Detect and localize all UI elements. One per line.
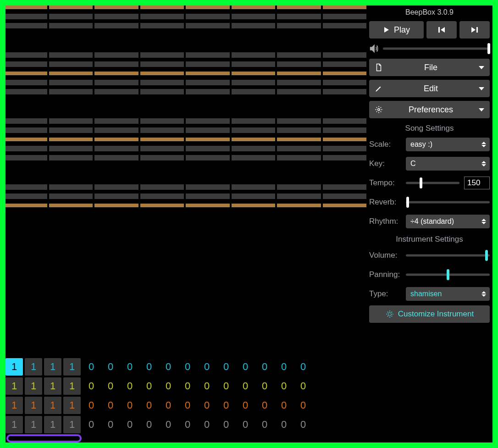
customize-instrument-button[interactable]: Customize Instrument [369,305,490,323]
pattern-cell[interactable] [49,146,93,151]
pattern-cell[interactable] [186,61,229,67]
track-cell[interactable]: 1 [6,358,23,376]
pattern-cell[interactable] [232,127,275,133]
reverb-slider[interactable] [406,197,490,208]
pattern-cell[interactable] [94,194,138,199]
track-cell[interactable]: 0 [179,416,196,433]
pattern-cell[interactable] [232,80,275,85]
track-cell[interactable]: 1 [63,377,81,395]
pattern-row[interactable] [6,194,366,199]
pattern-cell[interactable] [277,72,321,75]
track-cell[interactable]: 1 [25,377,42,395]
pattern-cell[interactable] [140,89,184,94]
pattern-cell[interactable] [277,52,321,58]
pattern-cell[interactable] [323,89,366,94]
pattern-cell[interactable] [49,61,93,67]
pattern-row[interactable] [6,204,366,207]
pattern-cell[interactable] [232,6,275,9]
pattern-row[interactable] [6,118,366,124]
pattern-cell[interactable] [186,155,229,160]
pattern-cell[interactable] [49,89,93,94]
track-cell[interactable]: 1 [63,416,81,433]
track-cell[interactable]: 0 [275,377,293,395]
pattern-cell[interactable] [186,80,229,85]
track-cell[interactable]: 1 [25,358,42,376]
pattern-cell[interactable] [6,194,47,199]
pattern-cell[interactable] [6,204,47,207]
pattern-cell[interactable] [6,138,47,141]
track-cell[interactable]: 0 [294,358,312,376]
pattern-cell[interactable] [186,118,229,124]
pattern-cell[interactable] [94,118,138,124]
inst-volume-slider[interactable] [406,250,490,261]
track-cell[interactable]: 0 [198,377,216,395]
tempo-slider[interactable] [406,177,459,188]
pattern-cell[interactable] [277,155,321,160]
track-cell[interactable]: 0 [275,397,293,414]
pattern-cell[interactable] [323,72,366,75]
pattern-cell[interactable] [232,61,275,67]
pattern-cell[interactable] [6,184,47,190]
pattern-cell[interactable] [94,80,138,85]
track-cell[interactable]: 0 [275,358,293,376]
pattern-cell[interactable] [323,61,366,67]
pattern-cell[interactable] [186,194,229,199]
pattern-cell[interactable] [323,204,366,207]
play-button[interactable]: Play [369,21,424,39]
pattern-cell[interactable] [232,89,275,94]
pattern-cell[interactable] [140,155,184,160]
pattern-cell[interactable] [94,6,138,9]
track-cell[interactable]: 0 [83,377,100,395]
loop-bar[interactable] [6,434,82,442]
pattern-cell[interactable] [277,23,321,28]
track-cell[interactable]: 0 [160,397,177,414]
pattern-cell[interactable] [323,194,366,199]
pattern-cell[interactable] [277,184,321,190]
preferences-menu[interactable]: Preferences [369,101,490,118]
pattern-cell[interactable] [140,118,184,124]
pattern-cell[interactable] [6,89,47,94]
pattern-cell[interactable] [186,52,229,58]
track-cell[interactable]: 0 [198,416,216,433]
pattern-cell[interactable] [277,6,321,9]
track-cell[interactable]: 0 [237,377,254,395]
pattern-cell[interactable] [49,52,93,58]
track-cell[interactable]: 0 [256,377,273,395]
key-select[interactable]: C [406,157,490,171]
pattern-row[interactable] [6,61,366,67]
track-cell[interactable]: 0 [217,397,235,414]
pattern-cell[interactable] [323,184,366,190]
pattern-cell[interactable] [323,52,366,58]
pattern-cell[interactable] [6,72,47,75]
pattern-cell[interactable] [6,14,47,19]
track-cell[interactable]: 0 [140,397,158,414]
track-cell[interactable]: 0 [121,416,138,433]
pattern-cell[interactable] [94,23,138,28]
pattern-cell[interactable] [140,194,184,199]
track-cell[interactable]: 0 [275,416,293,433]
pattern-cell[interactable] [94,61,138,67]
pattern-cell[interactable] [186,89,229,94]
scale-select[interactable]: easy :) [406,138,490,151]
pattern-cell[interactable] [49,155,93,160]
track-cell[interactable]: 0 [121,358,138,376]
track-cell[interactable]: 1 [44,397,61,414]
pattern-cell[interactable] [186,204,229,207]
pattern-cell[interactable] [323,118,366,124]
pattern-row[interactable] [6,80,366,85]
track-cell[interactable]: 0 [198,358,216,376]
pattern-cell[interactable] [6,6,47,9]
track-cell[interactable]: 1 [63,397,81,414]
track-cell[interactable]: 0 [160,377,177,395]
pattern-row[interactable] [6,89,366,94]
track-cell[interactable]: 0 [294,416,312,433]
pattern-row[interactable] [6,72,366,75]
pattern-cell[interactable] [323,80,366,85]
track-cell[interactable]: 1 [6,377,23,395]
pattern-cell[interactable] [323,138,366,141]
track-cell[interactable]: 0 [256,358,273,376]
track-cell[interactable]: 0 [140,358,158,376]
track-cell[interactable]: 0 [121,377,138,395]
track-cell[interactable]: 0 [83,397,100,414]
track-cell[interactable]: 1 [6,397,23,414]
